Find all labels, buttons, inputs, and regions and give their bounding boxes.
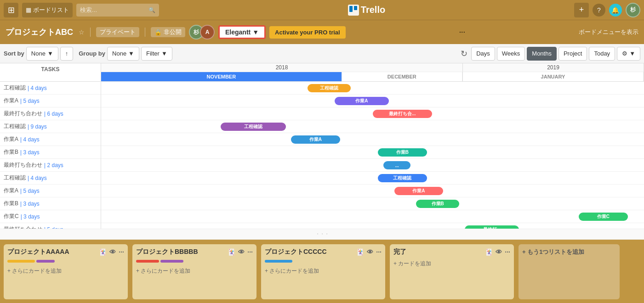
- privacy-badge[interactable]: 🔒 非公開: [151, 27, 185, 37]
- gantt-bar[interactable]: 最終打...: [465, 225, 519, 229]
- eye-icon[interactable]: 👁: [238, 248, 245, 256]
- add-card-link[interactable]: + さらにカードを追加: [136, 266, 253, 276]
- more-icon[interactable]: ···: [247, 248, 253, 256]
- refresh-button[interactable]: ↻: [459, 47, 469, 61]
- card-icon[interactable]: 🃏: [228, 248, 235, 256]
- card-icon[interactable]: 🃏: [356, 248, 364, 256]
- months-2018-row: NOVEMBER DECEMBER: [101, 72, 462, 81]
- november-header: NOVEMBER: [101, 72, 342, 81]
- gantt-bar[interactable]: ...: [383, 161, 410, 169]
- task-days: | 3 days: [20, 201, 40, 207]
- board-menu-link[interactable]: ボードメニューを表示: [579, 28, 638, 36]
- visibility-badge[interactable]: プライベート: [96, 27, 139, 37]
- gantt-task-row[interactable]: 最終打ち合わせ | 6 days: [0, 107, 101, 120]
- gantt-bar[interactable]: 作業A: [335, 97, 389, 105]
- search-input[interactable]: [76, 4, 159, 17]
- board-title[interactable]: プロジェクトABC: [6, 27, 73, 38]
- star-icon[interactable]: ☆: [79, 28, 85, 36]
- gantt-task-row[interactable]: 最終打ち合わせ | 5 days: [0, 223, 101, 229]
- today-button[interactable]: Today: [589, 47, 615, 61]
- card-bar: [265, 260, 292, 263]
- gantt-task-row[interactable]: 工程確認 | 9 days: [0, 120, 101, 133]
- task-days: | 3 days: [20, 149, 40, 156]
- board-list-title-text: プロジェクトBBBBB: [136, 248, 198, 256]
- board-list-title-text: プロジェクトCCCCC: [265, 248, 327, 256]
- task-days: | 4 days: [28, 175, 47, 181]
- home-button[interactable]: ⊞: [4, 3, 18, 17]
- task-days: | 4 days: [28, 85, 47, 91]
- pro-trial-button[interactable]: Activate your PRO trial: [269, 26, 346, 39]
- board-list-title-text: プロジェクトAAAAA: [7, 248, 69, 256]
- card-icon[interactable]: 🃏: [485, 248, 493, 256]
- gantt-body: 工程確認 | 4 days作業A | 5 days最終打ち合わせ | 6 day…: [0, 82, 644, 229]
- board-card-bars: [265, 259, 382, 264]
- board-list-button[interactable]: ▦ ボードリスト: [22, 3, 73, 17]
- lock-icon: 🔒: [154, 29, 162, 36]
- gantt-task-row[interactable]: 作業B | 3 days: [0, 197, 101, 210]
- task-days: | 4 days: [20, 136, 40, 143]
- notification-button[interactable]: 🔔: [609, 4, 622, 17]
- board-list-card: プロジェクトCCCCC🃏👁···+ さらにカードを追加: [261, 244, 385, 299]
- gantt-bar[interactable]: 工程確認: [378, 174, 427, 182]
- user-avatar[interactable]: 杉: [626, 3, 640, 17]
- trello-logo-icon: [348, 5, 359, 16]
- sort-asc-button[interactable]: ↑: [60, 47, 74, 61]
- january-header: JANUARY: [463, 72, 644, 81]
- gantt-task-row[interactable]: 作業B | 3 days: [0, 146, 101, 159]
- boards-container: プロジェクトAAAAA🃏👁···+ さらにカードを追加プロジェクトBBBBB🃏👁…: [0, 240, 644, 303]
- add-card-link[interactable]: + さらにカードを追加: [265, 266, 382, 276]
- weeks-button[interactable]: Weeks: [497, 47, 525, 61]
- more-icon[interactable]: ···: [376, 248, 382, 256]
- gantt-bar[interactable]: 工程確認: [221, 123, 286, 131]
- add-list-button[interactable]: + もう1つリストを追加: [519, 244, 620, 299]
- board-list-title: プロジェクトBBBBB🃏👁···: [136, 248, 253, 256]
- gantt-task-row[interactable]: 工程確認 | 4 days: [0, 82, 101, 95]
- sort-asc-icon: ↑: [65, 50, 68, 57]
- gantt-bar[interactable]: 作業A: [394, 187, 443, 195]
- project-button[interactable]: Project: [559, 47, 587, 61]
- task-name: 最終打ち合わせ: [4, 161, 42, 169]
- group-chevron-icon: ▼: [128, 50, 134, 57]
- gantt-task-row[interactable]: 最終打ち合わせ | 2 days: [0, 159, 101, 172]
- gantt-bar[interactable]: 作業C: [579, 213, 627, 221]
- gantt-bar[interactable]: 最終打ち合...: [373, 110, 433, 118]
- gantt-task-row[interactable]: 作業A | 5 days: [0, 185, 101, 197]
- gantt-task-row[interactable]: 作業C | 3 days: [0, 210, 101, 223]
- trello-logo: Trello: [348, 5, 385, 16]
- gantt-bar[interactable]: 作業B: [416, 200, 459, 208]
- info-button[interactable]: ?: [593, 4, 605, 17]
- year-2019-block: 2019 JANUARY: [463, 63, 644, 81]
- add-button[interactable]: +: [574, 3, 589, 17]
- eye-icon[interactable]: 👁: [496, 248, 502, 256]
- gantt-bar[interactable]: 作業B: [378, 148, 427, 157]
- svg-rect-2: [354, 6, 357, 10]
- gantt-bar[interactable]: 作業A: [291, 135, 340, 144]
- more-icon[interactable]: ···: [505, 248, 510, 256]
- gantt-task-row[interactable]: 作業A | 4 days: [0, 133, 101, 146]
- sort-none-button[interactable]: None ▼: [26, 47, 58, 61]
- gantt-header-row: TASKS 2018 NOVEMBER DECEMBER 2019 JANUAR…: [0, 63, 644, 82]
- more-icon[interactable]: ···: [119, 248, 124, 256]
- avatar-2[interactable]: A: [200, 25, 215, 39]
- task-name: 作業C: [4, 213, 19, 220]
- board-list-icons: 🃏👁···: [228, 248, 253, 256]
- card-icon[interactable]: 🃏: [99, 248, 107, 256]
- days-button[interactable]: Days: [471, 47, 495, 61]
- settings-button[interactable]: ⚙ ▼: [617, 47, 640, 61]
- months-button[interactable]: Months: [527, 47, 557, 61]
- add-card-link[interactable]: + さらにカードを追加: [7, 266, 124, 276]
- eleganttt-button[interactable]: Elegantt ▼: [218, 25, 266, 39]
- eye-icon[interactable]: 👁: [109, 248, 116, 256]
- gantt-bar[interactable]: 工程確認: [308, 84, 351, 92]
- eye-icon[interactable]: 👁: [367, 248, 373, 256]
- visibility-label: プライベート: [100, 28, 136, 36]
- board-list-icon: ▦: [26, 6, 31, 13]
- gantt-task-row[interactable]: 工程確認 | 4 days: [0, 172, 101, 185]
- task-days: | 6 days: [44, 111, 63, 117]
- filter-button[interactable]: Filter ▼: [141, 47, 172, 61]
- sort-chevron-icon: ▼: [47, 50, 53, 57]
- add-card-link[interactable]: + カードを追加: [393, 259, 510, 269]
- group-none-button[interactable]: None ▼: [107, 47, 139, 61]
- toolbar: Sort by None ▼ ↑ Group by None ▼ Filter …: [0, 44, 644, 63]
- gantt-task-row[interactable]: 作業A | 5 days: [0, 95, 101, 107]
